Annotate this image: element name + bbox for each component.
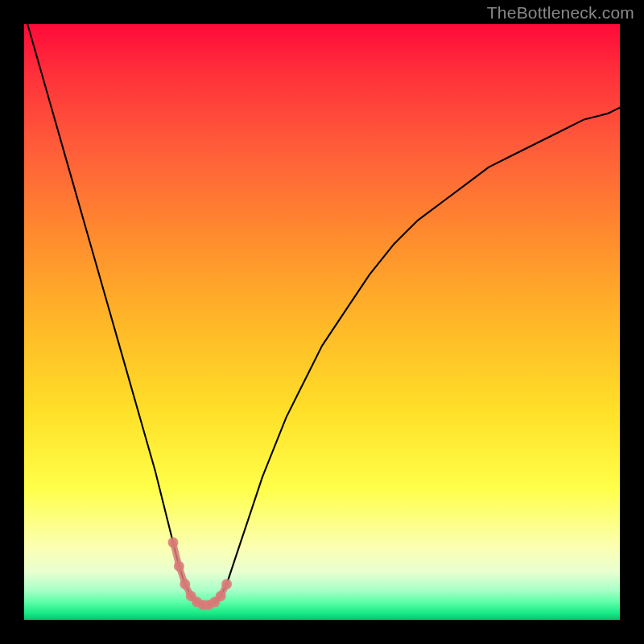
plot-area	[24, 24, 620, 620]
marker-point	[221, 579, 232, 589]
marker-point	[216, 591, 226, 601]
marker-point	[174, 561, 184, 572]
marker-point	[180, 579, 190, 589]
chart-frame: TheBottleneck.com	[0, 0, 644, 644]
marker-point	[168, 537, 179, 547]
bottleneck-curve	[24, 24, 620, 605]
chart-svg	[24, 24, 620, 620]
watermark: TheBottleneck.com	[487, 3, 634, 23]
